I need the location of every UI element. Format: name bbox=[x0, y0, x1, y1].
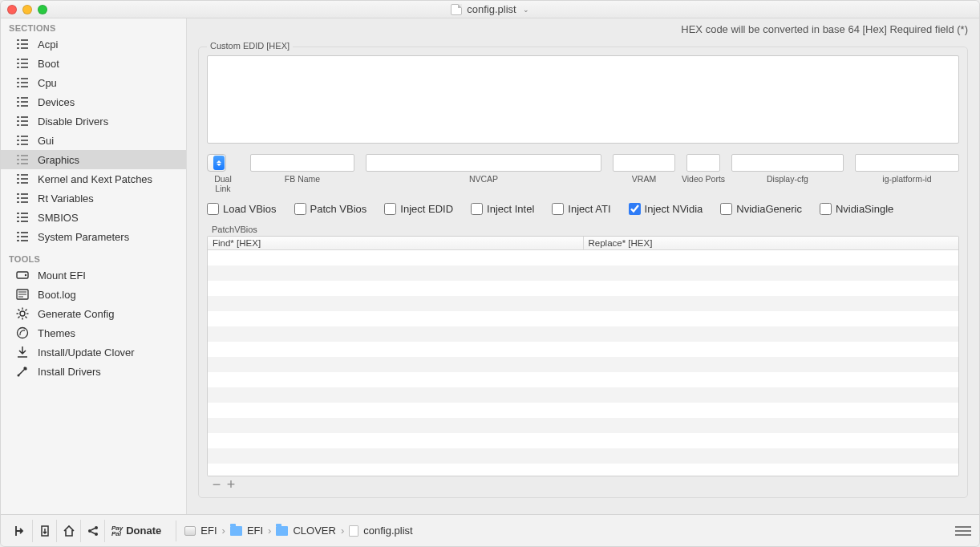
th-replace[interactable]: Replace* [HEX] bbox=[584, 237, 959, 250]
sidebar-item-system-parameters[interactable]: System Parameters bbox=[1, 227, 186, 246]
th-find[interactable]: Find* [HEX] bbox=[208, 237, 584, 250]
checkbox-inject-ati[interactable]: Inject ATI bbox=[552, 203, 610, 215]
window-controls bbox=[7, 5, 47, 14]
export-button[interactable] bbox=[33, 520, 57, 542]
ig-platform-label: ig-platform-id bbox=[855, 174, 959, 184]
custom-edid-group: Custom EDID [HEX] Dual Link FB Name NVCA… bbox=[198, 47, 968, 498]
sidebar-item-smbios[interactable]: SMBIOS bbox=[1, 208, 186, 227]
display-cfg-field[interactable] bbox=[731, 154, 844, 172]
vram-label: VRAM bbox=[613, 174, 675, 184]
list-view-button[interactable] bbox=[955, 525, 971, 537]
disk-icon bbox=[184, 526, 196, 536]
checkbox-inject-nvidia[interactable]: Inject NVidia bbox=[629, 203, 703, 215]
crumb-clover[interactable]: CLOVER bbox=[293, 525, 335, 537]
dual-link-select[interactable] bbox=[207, 154, 226, 172]
sidebar-item-label: Cpu bbox=[38, 77, 57, 89]
tool-themes[interactable]: Themes bbox=[1, 323, 186, 342]
crumb-disk[interactable]: EFI bbox=[200, 525, 217, 537]
tool-label: Generate Config bbox=[38, 308, 114, 320]
minimize-button[interactable] bbox=[22, 5, 32, 14]
donate-button[interactable]: PayPal Donate bbox=[105, 520, 168, 542]
drive-icon bbox=[15, 269, 30, 282]
patch-vbios-label: PatchVBios bbox=[212, 225, 959, 234]
nvcap-label: NVCAP bbox=[366, 174, 601, 184]
video-ports-label: Video Ports bbox=[678, 174, 728, 184]
sidebar-item-gui[interactable]: Gui bbox=[1, 131, 186, 150]
table-body[interactable] bbox=[208, 250, 958, 476]
list-icon bbox=[15, 57, 30, 70]
checkbox-patch-vbios[interactable]: Patch VBios bbox=[294, 203, 367, 215]
tool-generate-config[interactable]: Generate Config bbox=[1, 304, 186, 323]
sidebar-item-label: Graphics bbox=[38, 154, 79, 166]
vram-field[interactable] bbox=[613, 154, 675, 172]
sidebar-item-boot[interactable]: Boot bbox=[1, 54, 186, 73]
list-icon bbox=[15, 95, 30, 108]
sidebar-item-label: System Parameters bbox=[38, 231, 129, 243]
import-button[interactable] bbox=[9, 520, 33, 542]
zoom-button[interactable] bbox=[38, 5, 47, 14]
donate-label: Donate bbox=[126, 525, 161, 537]
title-dropdown-icon[interactable]: ⌄ bbox=[523, 6, 529, 14]
home-button[interactable] bbox=[57, 520, 81, 542]
sidebar-item-graphics[interactable]: Graphics bbox=[1, 150, 186, 169]
list-icon bbox=[15, 153, 30, 166]
add-row-button[interactable]: + bbox=[225, 480, 237, 489]
tool-mount-efi[interactable]: Mount EFI bbox=[1, 265, 186, 285]
themes-icon bbox=[15, 326, 30, 339]
patch-table[interactable]: Find* [HEX] Replace* [HEX] bbox=[207, 236, 959, 476]
list-icon bbox=[15, 172, 30, 185]
svg-point-81 bbox=[18, 328, 28, 338]
remove-row-button[interactable]: − bbox=[210, 480, 223, 489]
checkbox-load-vbios[interactable]: Load VBios bbox=[207, 203, 277, 215]
sidebar: SECTIONS Acpi Boot Cpu Devices Disable D… bbox=[1, 18, 187, 514]
list-icon bbox=[15, 192, 30, 205]
checkbox-nvidia-single[interactable]: NvidiaSingle bbox=[820, 203, 893, 215]
table-header: Find* [HEX] Replace* [HEX] bbox=[208, 237, 958, 250]
tool-install-update-clover[interactable]: Install/Update Clover bbox=[1, 342, 186, 362]
sidebar-item-disable-drivers[interactable]: Disable Drivers bbox=[1, 111, 186, 131]
sidebar-item-cpu[interactable]: Cpu bbox=[1, 73, 186, 92]
list-icon bbox=[15, 211, 30, 224]
svg-point-86 bbox=[95, 533, 98, 536]
checkbox-nvidia-generic[interactable]: NvidiaGeneric bbox=[720, 203, 802, 215]
sidebar-item-rt-variables[interactable]: Rt Variables bbox=[1, 188, 186, 208]
svg-line-80 bbox=[26, 310, 27, 311]
tool-install-drivers[interactable]: Install Drivers bbox=[1, 362, 186, 381]
window-title: config.plist bbox=[467, 3, 516, 15]
checkbox-inject-intel[interactable]: Inject Intel bbox=[471, 203, 534, 215]
fb-name-field[interactable] bbox=[250, 154, 354, 172]
share-button[interactable] bbox=[81, 520, 105, 542]
fb-name-label: FB Name bbox=[250, 174, 354, 184]
sidebar-item-label: Rt Variables bbox=[38, 192, 94, 205]
gear-icon bbox=[15, 307, 30, 320]
svg-line-79 bbox=[18, 317, 20, 318]
sidebar-item-acpi[interactable]: Acpi bbox=[1, 34, 186, 54]
crumb-efi[interactable]: EFI bbox=[247, 525, 263, 537]
tool-boot-log[interactable]: Boot.log bbox=[1, 285, 186, 304]
video-ports-field[interactable] bbox=[686, 154, 720, 172]
sections-header: SECTIONS bbox=[1, 18, 186, 34]
ig-platform-field[interactable] bbox=[855, 154, 959, 172]
log-icon bbox=[15, 288, 30, 301]
list-icon bbox=[15, 38, 30, 51]
tools-icon bbox=[15, 365, 30, 378]
sidebar-item-label: SMBIOS bbox=[38, 212, 79, 224]
display-cfg-label: Display-cfg bbox=[731, 174, 844, 184]
tool-label: Install/Update Clover bbox=[38, 346, 135, 359]
svg-line-77 bbox=[18, 310, 20, 311]
bottom-bar: PayPal Donate EFI › EFI › CLOVER › confi… bbox=[1, 514, 979, 546]
checks-row: Load VBios Patch VBios Inject EDID Injec… bbox=[207, 203, 959, 215]
sidebar-item-label: Kernel and Kext Patches bbox=[38, 173, 152, 185]
dual-link-label: Dual Link bbox=[207, 174, 239, 193]
sidebar-item-kernel-kext[interactable]: Kernel and Kext Patches bbox=[1, 169, 186, 188]
sidebar-item-label: Disable Drivers bbox=[38, 115, 108, 128]
checkbox-inject-edid[interactable]: Inject EDID bbox=[384, 203, 453, 215]
close-button[interactable] bbox=[7, 5, 17, 14]
tool-label: Install Drivers bbox=[38, 366, 101, 378]
file-icon bbox=[349, 525, 358, 537]
custom-edid-field[interactable] bbox=[207, 55, 959, 144]
sidebar-item-devices[interactable]: Devices bbox=[1, 92, 186, 111]
sidebar-item-label: Gui bbox=[38, 135, 54, 147]
crumb-file[interactable]: config.plist bbox=[363, 525, 412, 537]
nvcap-field[interactable] bbox=[366, 154, 601, 172]
